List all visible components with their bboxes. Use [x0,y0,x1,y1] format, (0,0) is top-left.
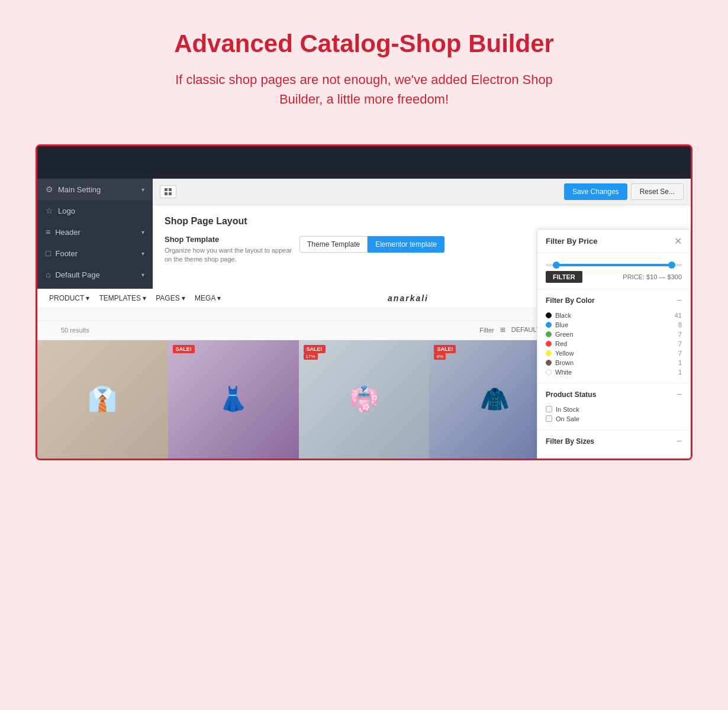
color-item-red[interactable]: Red 7 [546,339,682,348]
nav-product[interactable]: PRODUCT ▾ [49,294,89,302]
status-in-stock[interactable]: In Stock [546,405,682,414]
color-count-yellow: 7 [678,350,682,357]
filter-sizes-collapse[interactable]: − [677,436,682,447]
in-stock-checkbox[interactable] [546,406,552,412]
sidebar-item-footer[interactable]: □ Footer ▾ [37,243,153,264]
product-card-3[interactable]: SALE! 17% 👘 [299,340,430,459]
filter-color-header: Filter By Color − [546,295,682,306]
filter-label[interactable]: Filter [479,327,494,334]
color-dot-white [546,369,552,375]
theme-template-btn[interactable]: Theme Template [299,236,368,253]
filter-color-collapse[interactable]: − [677,295,682,306]
product-card-2[interactable]: SALE! 👗 [168,340,299,459]
nav-pages[interactable]: PAGES ▾ [156,294,185,302]
sidebar-item-label: Default Page [55,270,137,279]
status-on-sale[interactable]: On Sale [546,414,682,424]
color-name-green: Green [555,331,574,338]
color-left-white: White [546,369,572,376]
color-left-black: Black [546,312,571,319]
color-name-yellow: Yellow [555,350,574,357]
nav-mega[interactable]: MEGA ▾ [195,294,221,302]
gear-icon: ⚙ [46,185,53,194]
color-item-white[interactable]: White 1 [546,367,682,377]
top-bar [37,146,691,179]
sidebar-item-default-page[interactable]: ⌂ Default Page ▾ [37,264,153,285]
product-image-2: 👗 [168,340,299,459]
svg-rect-3 [169,192,172,195]
color-dot-red [546,341,552,347]
sidebar-item-label: Footer [55,249,137,258]
color-item-yellow[interactable]: Yellow 7 [546,348,682,358]
toolbar: Save Changes Reset Se... [153,179,691,205]
screenshot-container: ⚙ Main Setting ▾ ☆ Logo ≡ Header ▾ □ Foo… [36,144,692,460]
price-thumb-left[interactable] [553,262,560,269]
sidebar-item-main-setting[interactable]: ⚙ Main Setting ▾ [37,179,153,200]
on-sale-checkbox[interactable] [546,415,552,422]
results-count: 50 results [49,324,101,336]
on-sale-label: On Sale [556,415,579,422]
filter-color-section: Filter By Color − Black 41 Blue 8 [537,289,690,383]
nav-templates[interactable]: TEMPLATES ▾ [99,294,146,302]
discount-badge-4: 4% [434,353,446,360]
filter-sidebar-header: Filter By Price ✕ [537,230,690,253]
color-dot-black [546,312,552,318]
color-name-blue: Blue [555,321,568,328]
hero-section: Advanced Catalog-Shop Builder If classic… [0,0,728,127]
filter-status-title: Product Status [546,390,596,399]
hero-title: Advanced Catalog-Shop Builder [12,30,716,58]
filter-sizes-section: Filter By Sizes − [537,430,690,458]
reset-button[interactable]: Reset Se... [631,183,684,200]
filter-apply-button[interactable]: FILTER [546,271,582,283]
sidebar-item-logo[interactable]: ☆ Logo [37,200,153,221]
page-title: Shop Page Layout [165,216,679,227]
close-button[interactable]: ✕ [674,235,682,247]
chevron-icon: ▾ [141,229,144,235]
filter-sizes-header: Filter By Sizes − [546,436,682,447]
color-item-black[interactable]: Black 41 [546,311,682,320]
color-name-white: White [555,369,572,376]
chevron-icon: ▾ [141,186,144,193]
color-left-brown: Brown [546,359,574,366]
toolbar-right: Save Changes Reset Se... [564,183,684,200]
sidebar-item-label: Logo [58,206,144,215]
color-left-red: Red [546,340,567,347]
color-count-black: 41 [675,312,682,319]
color-item-blue[interactable]: Blue 8 [546,320,682,330]
product-card-1[interactable]: 👔 [37,340,168,459]
filter-icon[interactable]: ⊞ [500,326,505,334]
color-left-green: Green [546,331,574,338]
sidebar-item-header[interactable]: ≡ Header ▾ [37,221,153,243]
chevron-icon: ▾ [141,250,144,257]
svg-rect-1 [169,188,172,191]
shop-template-label: Shop Template [165,235,295,244]
sale-badge-4: SALE! [434,345,456,353]
price-thumb-right[interactable] [668,262,675,269]
save-changes-button[interactable]: Save Changes [564,183,627,200]
filter-color-title: Filter By Color [546,296,595,305]
sidebar-item-label: Main Setting [58,185,137,194]
filter-row: FILTER PRICE: $10 — $300 [546,271,682,283]
grid-view-icon[interactable] [160,185,176,198]
color-count-brown: 1 [678,359,682,366]
color-count-red: 7 [678,340,682,347]
product-image-1: 👔 [37,340,168,459]
chevron-icon: ▾ [141,272,144,278]
color-name-red: Red [555,340,567,347]
hero-subtitle: If classic shop pages are not enough, we… [157,70,571,109]
color-dot-green [546,331,552,337]
sale-badge-2: SALE! [173,345,195,353]
elementor-template-btn[interactable]: Elementor template [368,236,444,253]
filter-status-collapse[interactable]: − [677,389,682,400]
discount-badge-3: 17% [304,353,318,360]
price-slider-fill [553,264,675,266]
color-left-yellow: Yellow [546,350,574,357]
nav-left: PRODUCT ▾ TEMPLATES ▾ PAGES ▾ MEGA ▾ [49,294,221,302]
svg-rect-2 [165,192,167,195]
filter-status-section: Product Status − In Stock On Sale [537,383,690,430]
color-item-brown[interactable]: Brown 1 [546,358,682,367]
color-item-green[interactable]: Green 7 [546,330,682,339]
footer-icon: □ [46,248,50,258]
svg-rect-0 [165,188,167,191]
price-slider[interactable] [546,264,682,266]
color-list: Black 41 Blue 8 Green 7 [546,311,682,377]
